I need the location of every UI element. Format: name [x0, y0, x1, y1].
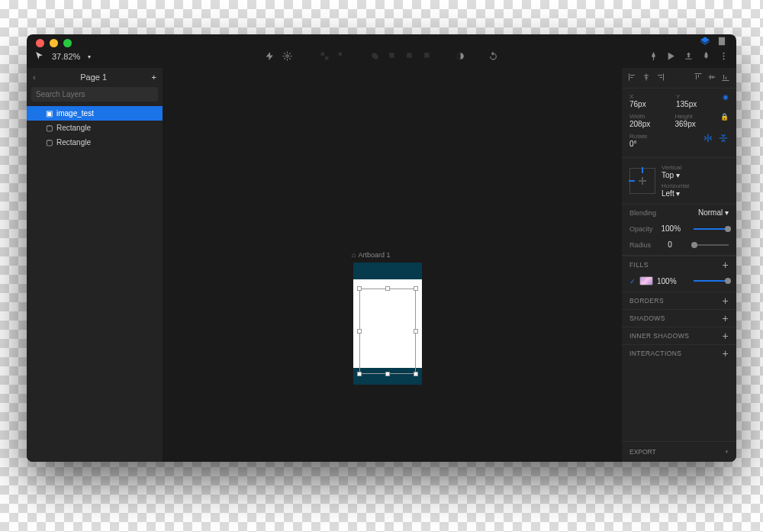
fill-slider[interactable] — [694, 280, 729, 282]
y-value[interactable]: 135px — [676, 100, 712, 108]
play-icon[interactable] — [666, 51, 676, 63]
svg-point-12 — [723, 55, 724, 56]
artboard[interactable] — [353, 263, 422, 385]
fill-row[interactable]: ✓ 100% — [622, 273, 736, 292]
flip-h-icon[interactable] — [703, 133, 713, 148]
x-label: X — [629, 93, 665, 100]
add-shadow-icon[interactable]: + — [722, 314, 729, 322]
redo-icon[interactable] — [488, 51, 498, 63]
add-interaction-icon[interactable]: + — [722, 350, 729, 357]
pin-icon[interactable] — [649, 51, 658, 63]
geometry-section: X76px Y135px ◉ Width208px Height369px 🔒 … — [622, 89, 736, 158]
add-export-icon[interactable]: + — [725, 448, 729, 456]
width-value[interactable]: 208px — [629, 120, 665, 128]
svg-rect-3 — [325, 56, 328, 60]
lock-icon[interactable]: 🔒 — [720, 113, 729, 121]
add-page-icon[interactable]: + — [152, 73, 156, 82]
svg-rect-2 — [321, 52, 324, 55]
resize-handle[interactable] — [414, 286, 418, 291]
layer-label: image_test — [56, 109, 94, 118]
align-bottom-icon[interactable] — [721, 73, 730, 83]
ungroup-icon[interactable] — [337, 51, 347, 63]
svg-rect-8 — [407, 53, 412, 58]
rocket-icon[interactable] — [701, 51, 711, 63]
opacity-row: Opacity 100% — [622, 221, 736, 237]
radius-value[interactable]: 0 — [668, 240, 672, 249]
intersect-icon[interactable] — [405, 51, 415, 63]
layer-rectangle-1[interactable]: ▢ Rectangle — [27, 121, 163, 135]
resize-handle[interactable] — [385, 286, 390, 291]
layer-image-test[interactable]: ▣ image_test — [27, 106, 163, 121]
share-icon[interactable] — [684, 51, 694, 63]
inner-shadows-header[interactable]: Inner Shadows+ — [622, 327, 736, 344]
fills-header[interactable]: Fills+ — [622, 256, 736, 273]
layer-rectangle-2[interactable]: ▢ Rectangle — [27, 135, 163, 150]
svg-point-1 — [286, 54, 288, 56]
opacity-value[interactable]: 100% — [661, 224, 681, 233]
add-inner-shadow-icon[interactable]: + — [722, 332, 729, 340]
bolt-icon[interactable] — [265, 51, 275, 63]
height-value[interactable]: 369px — [675, 120, 710, 128]
artboard-label[interactable]: ⌂ Artboard 1 — [352, 251, 390, 259]
y-label: Y — [676, 93, 712, 100]
add-fill-icon[interactable]: + — [722, 261, 729, 269]
origin-v-value[interactable]: Top ▾ — [662, 171, 689, 179]
opacity-slider[interactable] — [694, 228, 729, 230]
selection-box[interactable] — [359, 289, 416, 374]
blending-row: Blending Normal ▾ — [622, 205, 736, 221]
resize-handle[interactable] — [414, 372, 418, 376]
image-icon: ▣ — [45, 110, 53, 118]
zoom-level[interactable]: 37.82% — [52, 52, 80, 61]
fill-opacity[interactable]: 100% — [657, 277, 677, 285]
align-right-icon[interactable] — [655, 73, 665, 83]
target-icon[interactable]: ◉ — [723, 93, 729, 101]
search-input[interactable] — [31, 87, 158, 102]
subtract-icon[interactable] — [388, 51, 398, 63]
back-icon[interactable]: ‹ — [33, 73, 36, 82]
export-header[interactable]: Export+ — [622, 441, 736, 462]
align-left-icon[interactable] — [628, 73, 637, 83]
fill-swatch[interactable] — [639, 276, 653, 285]
origin-control[interactable] — [629, 168, 655, 194]
layer-label: Rectangle — [56, 138, 91, 147]
more-icon[interactable] — [719, 51, 729, 63]
svg-rect-9 — [424, 53, 430, 58]
gear-icon[interactable] — [282, 51, 292, 63]
add-border-icon[interactable]: + — [722, 297, 729, 305]
check-icon[interactable]: ✓ — [629, 277, 636, 285]
resize-handle[interactable] — [357, 329, 362, 334]
align-vcenter-icon[interactable] — [707, 73, 716, 83]
mask-icon[interactable] — [456, 51, 465, 63]
rotate-value[interactable]: 0° — [629, 140, 692, 148]
origin-h-label: Horizontal — [662, 182, 689, 189]
flip-v-icon[interactable] — [718, 133, 729, 148]
svg-point-13 — [723, 58, 724, 60]
height-label: Height — [675, 113, 710, 120]
svg-rect-7 — [389, 53, 394, 58]
shadows-header[interactable]: Shadows+ — [622, 309, 736, 327]
rotate-label: Rotate — [629, 133, 692, 140]
blending-value[interactable]: Normal ▾ — [698, 208, 729, 217]
union-icon[interactable] — [370, 51, 380, 63]
origin-section: VerticalTop ▾ HorizontalLeft ▾ — [622, 158, 736, 205]
resize-handle[interactable] — [357, 372, 362, 376]
radius-slider[interactable] — [694, 244, 729, 246]
canvas[interactable]: ⌂ Artboard 1 — [163, 68, 622, 462]
resize-handle[interactable] — [414, 329, 418, 334]
resize-handle[interactable] — [385, 372, 390, 376]
borders-header[interactable]: Borders+ — [622, 292, 736, 309]
align-hcenter-icon[interactable] — [642, 73, 651, 83]
difference-icon[interactable] — [423, 51, 433, 63]
resize-handle[interactable] — [357, 286, 362, 291]
cursor-tool-icon[interactable] — [34, 51, 44, 63]
svg-point-11 — [723, 52, 724, 53]
align-top-icon[interactable] — [694, 73, 703, 83]
group-icon[interactable] — [320, 51, 330, 63]
interactions-header[interactable]: Interactions+ — [622, 344, 736, 362]
page-title: Page 1 — [40, 73, 147, 82]
app-window: 37.82% ▾ — [27, 34, 736, 462]
rectangle-icon: ▢ — [45, 139, 53, 147]
titlebar — [27, 34, 736, 45]
origin-h-value[interactable]: Left ▾ — [662, 189, 689, 198]
x-value[interactable]: 76px — [629, 100, 665, 108]
